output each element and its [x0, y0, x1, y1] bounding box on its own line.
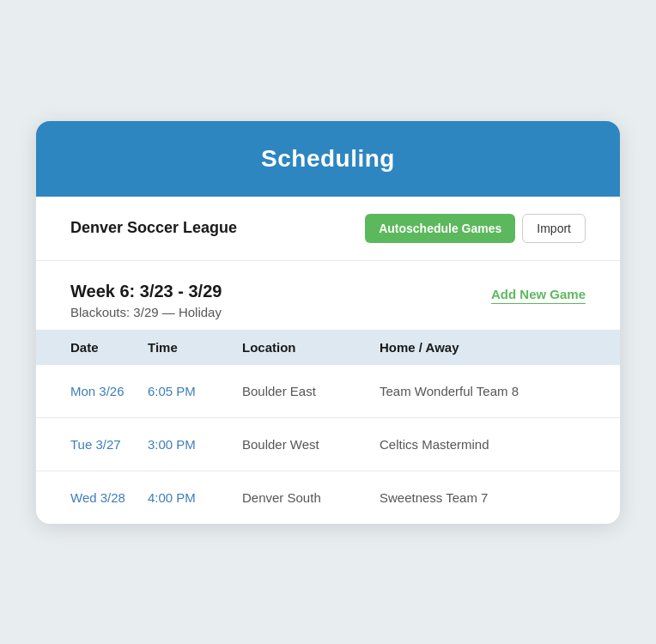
cell-location: Denver South — [242, 471, 380, 524]
cell-home-away: Sweetness Team 7 — [380, 471, 620, 524]
cell-date: Tue 3/27 — [36, 417, 148, 471]
cell-date: Mon 3/26 — [36, 365, 148, 418]
week-info: Week 6: 3/23 - 3/29 Blackouts: 3/29 — Ho… — [70, 282, 222, 319]
cell-location: Boulder East — [242, 365, 380, 418]
page-title: Scheduling — [70, 145, 586, 173]
scheduling-card: Scheduling Denver Soccer League Autosche… — [36, 121, 620, 524]
blackouts-label: Blackouts: 3/29 — Holiday — [70, 305, 222, 319]
week-section: Week 6: 3/23 - 3/29 Blackouts: 3/29 — Ho… — [36, 261, 620, 330]
card-body: Denver Soccer League Autoschedule Games … — [36, 197, 620, 524]
cell-date: Wed 3/28 — [36, 471, 148, 524]
league-name: Denver Soccer League — [70, 219, 237, 237]
col-header-date: Date — [36, 330, 148, 365]
toolbar-buttons: Autoschedule Games Import — [365, 214, 586, 243]
col-header-home-away: Home / Away — [380, 330, 620, 365]
import-button[interactable]: Import — [522, 214, 586, 243]
toolbar: Denver Soccer League Autoschedule Games … — [36, 197, 620, 261]
card-header: Scheduling — [36, 121, 620, 197]
cell-time: 4:00 PM — [148, 471, 242, 524]
cell-time: 3:00 PM — [148, 417, 242, 471]
add-game-button[interactable]: Add New Game — [491, 287, 586, 304]
table-row: Tue 3/273:00 PMBoulder WestCeltics Maste… — [36, 417, 620, 471]
week-title: Week 6: 3/23 - 3/29 — [70, 282, 222, 301]
col-header-location: Location — [242, 330, 380, 365]
cell-home-away: Team Wonderful Team 8 — [380, 365, 620, 418]
cell-location: Boulder West — [242, 417, 380, 471]
cell-time: 6:05 PM — [148, 365, 242, 418]
col-header-time: Time — [148, 330, 242, 365]
cell-home-away: Celtics Mastermind — [380, 417, 620, 471]
table-row: Wed 3/284:00 PMDenver SouthSweetness Tea… — [36, 471, 620, 524]
table-header-row: Date Time Location Home / Away — [36, 330, 620, 365]
schedule-table: Date Time Location Home / Away Mon 3/266… — [36, 330, 620, 524]
autoschedule-button[interactable]: Autoschedule Games — [365, 214, 515, 243]
table-row: Mon 3/266:05 PMBoulder EastTeam Wonderfu… — [36, 365, 620, 418]
